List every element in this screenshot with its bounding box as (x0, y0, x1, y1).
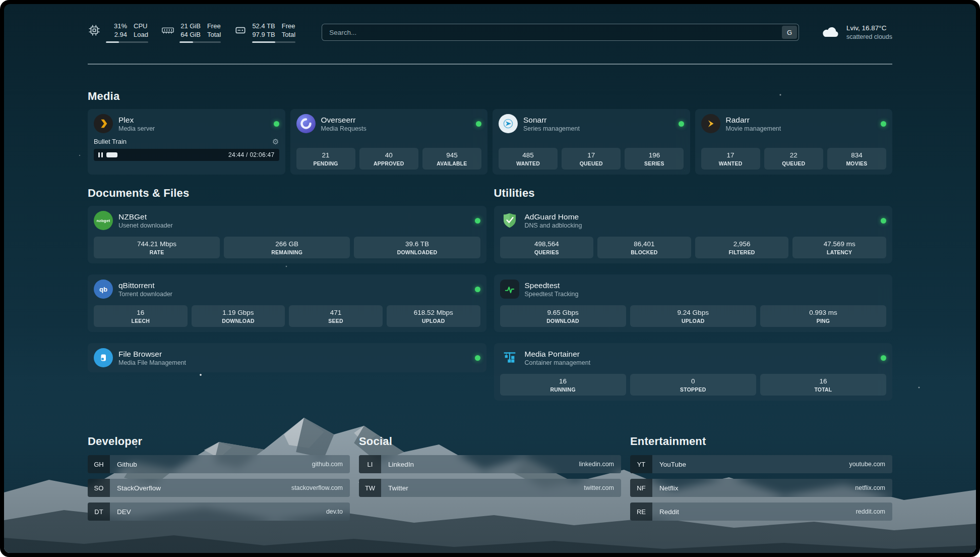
cpu-load-label: Load (134, 30, 148, 39)
service-card-filebrowser[interactable]: File Browser Media File Management (88, 343, 486, 372)
service-name: AdGuard Home (525, 212, 582, 221)
stat-upload: 618.52 MbpsUPLOAD (387, 305, 480, 327)
status-dot (679, 121, 684, 127)
memory-progress-bar (179, 41, 221, 43)
social-section-title: Social (359, 435, 621, 448)
stat-seed: 471SEED (289, 305, 383, 327)
github-abbr-icon: GH (88, 455, 110, 473)
filebrowser-icon (94, 348, 113, 367)
service-description: Speedtest Tracking (525, 290, 579, 298)
cpu-usage-value: 31% (114, 22, 127, 30)
service-description: Media File Management (118, 359, 186, 367)
disk-progress-bar (252, 41, 295, 43)
service-card-radarr[interactable]: Radarr Movie management 17WANTED 22QUEUE… (695, 109, 893, 175)
adguard-icon (500, 211, 519, 230)
stat-movies: 834MOVIES (827, 148, 886, 170)
disk-free-label: Free (282, 22, 295, 30)
section-documents: Documents & Files nzbget NZBGet Usenet d… (88, 187, 486, 401)
status-dot (881, 218, 886, 224)
nzbget-icon: nzbget (94, 211, 113, 230)
bookmark-group-developer: Developer GH Github github.com SO StackO… (88, 435, 350, 521)
section-utilities: Utilities (494, 187, 893, 401)
playback-progress-thumb[interactable] (106, 152, 117, 157)
speedtest-icon (500, 280, 519, 299)
service-card-qbittorrent[interactable]: qb qBittorrent Torrent downloader (88, 274, 486, 332)
top-bar: 31% 2.94 CPU Load (88, 21, 892, 43)
stat-rate: 744.21 MbpsRATE (94, 237, 220, 258)
stat-remaining: 266 GBREMAINING (224, 237, 350, 258)
search-input[interactable] (322, 24, 799, 41)
portainer-icon (500, 348, 519, 367)
service-name: Speedtest (525, 281, 579, 290)
bookmark-stackoverflow[interactable]: SO StackOverflow stackoverflow.com (88, 479, 350, 497)
cpu-label: CPU (134, 22, 148, 30)
overseerr-icon (296, 114, 316, 133)
stat-series: 196SERIES (625, 148, 684, 170)
utilities-section-title: Utilities (494, 187, 893, 200)
youtube-abbr-icon: YT (630, 455, 652, 473)
service-description: Media server (118, 125, 155, 133)
weather-condition: scattered clouds (846, 33, 892, 41)
stat-ping: 0.993 msPING (760, 305, 886, 327)
search-provider-button[interactable]: G (782, 26, 797, 39)
now-playing-title: Bullet Train (94, 138, 127, 145)
service-card-plex[interactable]: Plex Media server Bullet Train ⚙ (88, 109, 285, 175)
gear-icon[interactable]: ⚙ (272, 138, 279, 145)
developer-section-title: Developer (88, 435, 350, 448)
bookmark-linkedin[interactable]: LI LinkedIn linkedin.com (359, 455, 621, 473)
disk-icon (234, 24, 247, 37)
disk-total-value: 97.9 TB (252, 30, 275, 39)
page-content: 31% 2.94 CPU Load (4, 21, 976, 521)
disk-widget: 52.4 TB 97.9 TB Free Total (234, 22, 295, 43)
cpu-icon (88, 24, 101, 37)
entertainment-section-title: Entertainment (630, 435, 892, 448)
stat-leech: 16LEECH (94, 305, 188, 327)
app-window: 31% 2.94 CPU Load (0, 0, 980, 557)
service-card-sonarr[interactable]: Sonarr Series management 485WANTED 17QUE… (493, 109, 690, 175)
service-description: Series management (523, 125, 580, 133)
bookmark-github[interactable]: GH Github github.com (88, 455, 350, 473)
weather-location: Lviv, 16.87°C (846, 24, 892, 33)
stackoverflow-abbr-icon: SO (88, 479, 110, 497)
pause-icon[interactable] (98, 152, 103, 157)
stat-wanted: 485WANTED (499, 148, 558, 170)
service-name: File Browser (118, 349, 186, 359)
bookmark-dev[interactable]: DT DEV dev.to (88, 503, 350, 521)
documents-section-title: Documents & Files (88, 187, 486, 200)
service-card-speedtest[interactable]: Speedtest Speedtest Tracking 9.65 GbpsDO… (494, 274, 893, 332)
stat-downloaded: 39.6 TBDOWNLOADED (354, 237, 480, 258)
status-dot (475, 287, 480, 292)
bookmark-youtube[interactable]: YT YouTube youtube.com (630, 455, 892, 473)
weather-widget: Lviv, 16.87°C scattered clouds (821, 24, 892, 41)
bookmarks-area: Developer GH Github github.com SO StackO… (88, 435, 892, 521)
stat-running: 16RUNNING (500, 374, 626, 396)
service-card-nzbget[interactable]: nzbget NZBGet Usenet downloader (88, 206, 486, 263)
service-description: Media Requests (321, 125, 366, 133)
stat-upload: 9.24 GbpsUPLOAD (630, 305, 756, 327)
linkedin-abbr-icon: LI (359, 455, 381, 473)
service-card-overseerr[interactable]: Overseerr Media Requests 21PENDING 40APP… (290, 109, 488, 175)
bookmark-group-entertainment: Entertainment YT YouTube youtube.com NF … (630, 435, 892, 521)
service-card-adguard[interactable]: AdGuard Home DNS and adblocking 498,564Q… (494, 206, 893, 263)
netflix-abbr-icon: NF (630, 479, 652, 497)
bookmark-netflix[interactable]: NF Netflix netflix.com (630, 479, 892, 497)
stat-available: 945AVAILABLE (422, 148, 481, 170)
service-name: Radarr (726, 115, 781, 125)
stat-total: 16TOTAL (760, 374, 886, 396)
plex-icon (94, 114, 113, 133)
stat-blocked: 86,401BLOCKED (597, 237, 691, 258)
stat-wanted: 17WANTED (701, 148, 760, 170)
cpu-progress-bar (106, 41, 148, 43)
service-name: qBittorrent (118, 281, 172, 290)
bookmark-twitter[interactable]: TW Twitter twitter.com (359, 479, 621, 497)
service-description: Movie management (726, 125, 781, 133)
memory-total-value: 64 GiB (180, 30, 201, 39)
media-section-title: Media (88, 90, 892, 103)
status-dot (475, 218, 480, 224)
stat-queued: 22QUEUED (764, 148, 823, 170)
service-name: Overseerr (321, 115, 366, 125)
memory-free-value: 21 GiB (180, 22, 201, 30)
service-card-portainer[interactable]: Media Portainer Container management 16R… (494, 343, 893, 401)
stat-filtered: 2,956FILTERED (695, 237, 789, 258)
bookmark-reddit[interactable]: RE Reddit reddit.com (630, 503, 892, 521)
